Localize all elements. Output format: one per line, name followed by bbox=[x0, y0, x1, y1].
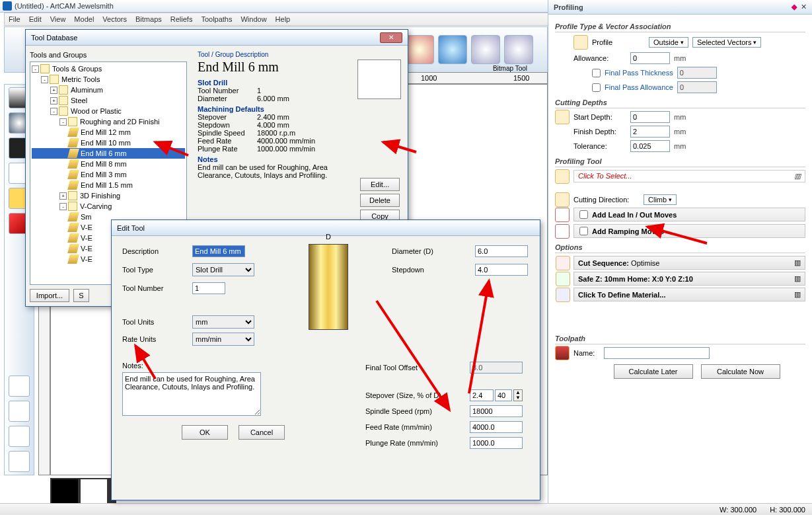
edit-button[interactable]: Edit... bbox=[360, 178, 400, 191]
depth-icon bbox=[555, 110, 570, 124]
fpt-input[interactable] bbox=[677, 67, 717, 79]
kv-row: Stepdown4.000 mm bbox=[198, 121, 401, 129]
tree-item[interactable]: -V-Carving bbox=[32, 201, 185, 212]
diameter-input[interactable] bbox=[475, 245, 528, 257]
plunge-label: Plunge Rate (mm/min) bbox=[365, 439, 464, 447]
toolbar-button[interactable] bbox=[471, 35, 500, 64]
toolunits-label: Tool Units bbox=[122, 318, 188, 326]
panel-close-icon[interactable]: ✕ bbox=[801, 3, 807, 11]
click-to-select-tool[interactable]: Click To Select...▥ bbox=[573, 170, 805, 182]
plunge-rate-input[interactable] bbox=[470, 437, 523, 449]
profile-side-dropdown[interactable]: Outside bbox=[649, 37, 688, 48]
profile-icon bbox=[573, 35, 588, 50]
window-title: (Untitled) - ArtCAM Jewelsmith bbox=[15, 2, 114, 10]
notes-textarea[interactable]: End mill can be used for Roughing, Area … bbox=[122, 372, 261, 416]
safe-z-row[interactable]: Safe Z: 10mm Home: X:0 Y:0 Z:10 ▥ bbox=[573, 272, 805, 286]
toolbar-button[interactable] bbox=[504, 35, 533, 64]
menu-file[interactable]: File bbox=[9, 15, 20, 23]
ok-button[interactable]: OK bbox=[182, 425, 228, 440]
stepdown-input[interactable] bbox=[475, 264, 528, 276]
tree-item[interactable]: End Mill 10 mm bbox=[32, 138, 185, 148]
final-pass-thickness-check[interactable] bbox=[592, 69, 601, 77]
notes-label: Notes: bbox=[122, 362, 285, 370]
tree-item[interactable]: +3D Finishing bbox=[32, 190, 185, 201]
kv-row: Stepover2.400 mm bbox=[198, 113, 401, 121]
eraser-icon[interactable]: ◆ bbox=[792, 3, 797, 11]
menu-window[interactable]: Window bbox=[240, 15, 266, 23]
tool-icon bbox=[555, 169, 570, 184]
cut-sequence-row[interactable]: Cut Sequence: Optimise ▥ bbox=[573, 256, 805, 270]
section-cutting-depths: Cutting Depths bbox=[555, 99, 805, 108]
final-pass-allowance-check[interactable] bbox=[592, 83, 601, 92]
menu-help[interactable]: Help bbox=[276, 15, 291, 23]
menu-toolpaths[interactable]: Toolpaths bbox=[201, 15, 232, 23]
tree-item[interactable]: End Mill 3 mm bbox=[32, 169, 185, 180]
menu-reliefs[interactable]: Reliefs bbox=[170, 15, 193, 23]
dialog-close-button[interactable]: ✕ bbox=[380, 32, 402, 43]
kv-row: Spindle Speed18000 r.p.m bbox=[198, 129, 401, 137]
toolbar-button[interactable] bbox=[405, 35, 434, 64]
dialog-title: Edit Tool bbox=[117, 224, 145, 232]
tool-units-select[interactable]: mm bbox=[192, 315, 254, 329]
kv-row: Diameter6.000 mm bbox=[198, 95, 357, 102]
menu-bitmaps[interactable]: Bitmaps bbox=[135, 15, 162, 23]
toolpath-icon bbox=[555, 346, 570, 360]
allowance-unit: mm bbox=[674, 54, 686, 62]
menu-view[interactable]: View bbox=[50, 15, 66, 23]
tool-cube[interactable] bbox=[9, 426, 30, 447]
ramp-icon bbox=[555, 224, 570, 239]
stepover-label: Stepover (Size, % of D) bbox=[365, 391, 464, 399]
tree-item[interactable]: -Tools & Groups bbox=[32, 63, 185, 74]
tree-item[interactable]: +Steel bbox=[32, 95, 185, 106]
tooltype-select[interactable]: Slot Drill bbox=[192, 263, 254, 276]
rate-units-select[interactable]: mm/min bbox=[192, 333, 254, 346]
feed-rate-input[interactable] bbox=[470, 421, 523, 433]
final-tool-offset-input bbox=[470, 362, 523, 374]
tree-item[interactable]: -Metric Tools bbox=[32, 74, 185, 85]
ramp-moves-check[interactable] bbox=[579, 227, 588, 235]
s-button[interactable]: S bbox=[73, 289, 89, 302]
tool-number-input[interactable] bbox=[192, 282, 225, 294]
stepover-size-input[interactable] bbox=[470, 389, 494, 401]
spindle-label: Spindle Speed (rpm) bbox=[365, 407, 464, 415]
diameter-label: Diameter (D) bbox=[392, 247, 471, 255]
cutting-direction-dropdown[interactable]: Climb bbox=[644, 194, 677, 205]
tree-item[interactable]: +Aluminum bbox=[32, 85, 185, 95]
stepover-pct-input[interactable] bbox=[495, 389, 512, 401]
toolpath-name-input[interactable] bbox=[604, 347, 710, 359]
lead-moves-check[interactable] bbox=[579, 210, 588, 219]
tool-shape-preview bbox=[357, 59, 401, 99]
define-material-row[interactable]: Click To Define Material... ▥ bbox=[573, 288, 805, 301]
stepper-icon[interactable]: ▲▼ bbox=[513, 389, 523, 401]
import-button[interactable]: Import... bbox=[30, 289, 69, 302]
tool-rect[interactable] bbox=[9, 376, 30, 397]
menu-edit[interactable]: Edit bbox=[29, 15, 42, 23]
kv-row: Tool Number1 bbox=[198, 87, 357, 95]
tool-path[interactable] bbox=[9, 401, 30, 422]
calculate-now-button[interactable]: Calculate Now bbox=[701, 364, 780, 379]
tree-item[interactable]: End Mill 6 mm bbox=[32, 148, 185, 159]
feed-label: Feed Rate (mm/min) bbox=[365, 423, 464, 431]
stepdown-label: Stepdown bbox=[392, 266, 471, 274]
tree-item[interactable]: End Mill 8 mm bbox=[32, 159, 185, 169]
menu-vectors[interactable]: Vectors bbox=[102, 15, 127, 23]
fto-label: Final Tool Offset bbox=[365, 364, 464, 372]
start-depth-input[interactable] bbox=[630, 111, 670, 123]
fpa-input[interactable] bbox=[677, 81, 717, 93]
finish-depth-input[interactable] bbox=[630, 126, 670, 138]
tree-item[interactable]: End Mill 1.5 mm bbox=[32, 180, 185, 190]
calculate-later-button[interactable]: Calculate Later bbox=[614, 364, 693, 379]
tree-item[interactable]: End Mill 12 mm bbox=[32, 127, 185, 138]
spindle-speed-input[interactable] bbox=[470, 405, 523, 417]
toolbar-button[interactable] bbox=[438, 35, 467, 64]
cancel-button[interactable]: Cancel bbox=[239, 425, 285, 440]
delete-button[interactable]: Delete bbox=[360, 194, 400, 207]
tolerance-input[interactable] bbox=[630, 140, 670, 152]
tree-item[interactable]: -Wood or Plastic bbox=[32, 106, 185, 116]
allowance-input[interactable] bbox=[630, 52, 670, 64]
menu-model[interactable]: Model bbox=[74, 15, 94, 23]
description-input[interactable] bbox=[192, 245, 245, 257]
vector-selection-dropdown[interactable]: Selected Vectors bbox=[692, 37, 762, 48]
tool-ellipse[interactable] bbox=[9, 451, 30, 472]
tree-item[interactable]: -Roughing and 2D Finishi bbox=[32, 116, 185, 127]
